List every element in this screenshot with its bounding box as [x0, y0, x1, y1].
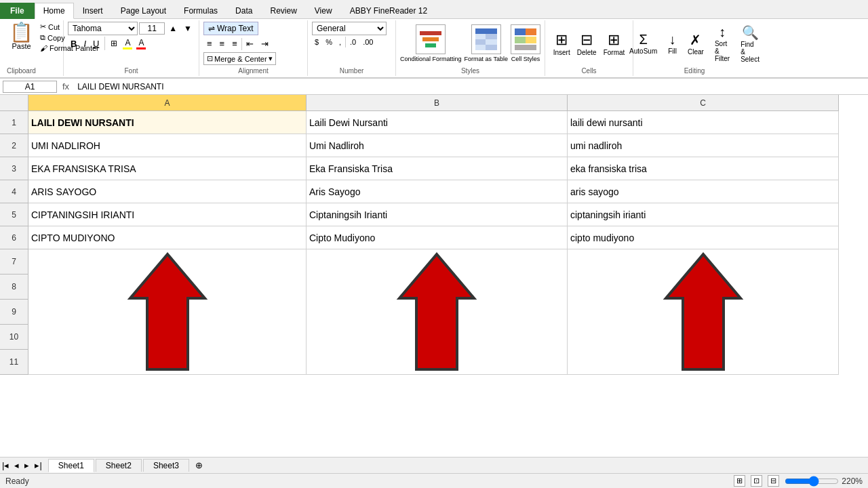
font-group-label: Font: [124, 67, 138, 75]
col-header-a[interactable]: A: [28, 95, 307, 111]
wrap-text-button[interactable]: ⇌ Wrap Text: [203, 22, 258, 35]
autosum-button[interactable]: Σ AutoSum: [625, 30, 661, 56]
cell-b2[interactable]: Umi Nadliroh: [307, 134, 568, 157]
italic-button[interactable]: I: [81, 37, 89, 50]
number-group: General $ % , .0 .00 Number: [308, 20, 396, 76]
col-header-b[interactable]: B: [307, 95, 568, 111]
increase-decimal-button[interactable]: .00: [360, 37, 376, 47]
col-header-c[interactable]: C: [568, 95, 839, 111]
sheet-tab-1[interactable]: Sheet1: [48, 459, 94, 472]
cell-c3[interactable]: eka fransiska trisa: [568, 157, 839, 180]
number-divider: [345, 37, 346, 47]
arrow-svg-a: [103, 251, 232, 373]
paste-button[interactable]: 📋 Paste: [7, 22, 36, 52]
cell-b3[interactable]: Eka Fransiska Trisa: [307, 157, 568, 180]
add-sheet-button[interactable]: ⊕: [193, 460, 205, 471]
page-layout-view-button[interactable]: ⊡: [751, 475, 762, 487]
font-size-input[interactable]: [139, 22, 165, 35]
font-size-increase-button[interactable]: ▲: [166, 22, 180, 35]
alignment-row3: ⊡ Merge & Center ▾: [203, 52, 303, 65]
editing-group-label: Editing: [684, 67, 705, 75]
tab-insert[interactable]: Insert: [74, 3, 112, 19]
cell-a5[interactable]: CIPTANINGSIH IRIANTI: [28, 203, 307, 226]
format-cells-button[interactable]: ⊞ Format: [601, 30, 628, 58]
delete-cells-button[interactable]: ⊟ Delete: [574, 30, 599, 58]
cell-b1[interactable]: Laili Dewi Nursanti: [307, 111, 568, 134]
format-as-table-button[interactable]: Format as Table: [465, 24, 508, 62]
cell-b7-arrow[interactable]: [307, 249, 568, 375]
zoom-slider[interactable]: [785, 476, 839, 487]
currency-button[interactable]: $: [312, 37, 321, 47]
tab-formulas[interactable]: Formulas: [175, 3, 226, 19]
normal-view-button[interactable]: ⊞: [734, 475, 745, 487]
sheet-area: 1 2 3 4 5 6 7 8 9 10 11 A B C LAILI: [0, 95, 868, 457]
font-color-button[interactable]: A: [135, 37, 147, 50]
underline-button[interactable]: U: [90, 37, 102, 50]
clear-button[interactable]: ✗ Clear: [684, 30, 708, 57]
formula-input[interactable]: [75, 81, 865, 92]
styles-group: Conditional Formatting Format as Table: [396, 20, 545, 76]
number-format-select[interactable]: General: [312, 22, 387, 35]
cell-styles-icon: [511, 24, 540, 54]
tab-file[interactable]: File: [0, 3, 35, 19]
align-right-button[interactable]: ≡: [229, 37, 241, 51]
cell-a7-arrow[interactable]: [28, 249, 307, 375]
page-break-view-button[interactable]: ⊟: [768, 475, 779, 487]
bold-button[interactable]: B: [68, 37, 79, 50]
editing-group: Σ AutoSum ↓ Fill ✗ Clear ↕ Sort & Filter…: [633, 20, 755, 76]
merge-center-button[interactable]: ⊡ Merge & Center ▾: [203, 52, 276, 65]
tab-review[interactable]: Review: [261, 3, 305, 19]
tab-data[interactable]: Data: [226, 3, 261, 19]
insert-cells-button[interactable]: ⊞ Insert: [551, 30, 573, 58]
border-button[interactable]: ⊞: [108, 37, 120, 49]
align-left-button[interactable]: ≡: [203, 37, 216, 51]
tab-page-layout[interactable]: Page Layout: [112, 3, 175, 19]
cell-a2[interactable]: UMI NADLIROH: [28, 134, 307, 157]
sheet-tab-2[interactable]: Sheet2: [96, 459, 142, 472]
percent-button[interactable]: %: [323, 37, 335, 47]
cell-c2[interactable]: umi nadliroh: [568, 134, 839, 157]
insert-cells-label: Insert: [553, 49, 570, 56]
highlight-color-button[interactable]: A: [121, 37, 134, 50]
indent-decrease-button[interactable]: ⇤: [243, 37, 257, 51]
find-select-button[interactable]: 🔍 Find & Select: [736, 23, 764, 64]
name-box[interactable]: [3, 81, 57, 93]
align-center-button[interactable]: ≡: [216, 37, 229, 51]
tab-abbyy[interactable]: ABBY FineReader 12: [341, 3, 437, 19]
cell-a6[interactable]: CIPTO MUDIYONO: [28, 226, 307, 249]
cell-b5[interactable]: Ciptaningsih Irianti: [307, 203, 568, 226]
cond-bar3: [425, 43, 436, 47]
tab-first-button[interactable]: |◂: [0, 460, 11, 471]
arrow-svg-b: [372, 251, 501, 373]
tab-view[interactable]: View: [306, 3, 341, 19]
delete-cells-label: Delete: [577, 49, 597, 56]
font-size-decrease-button[interactable]: ▼: [181, 22, 195, 35]
sheet-tab-3[interactable]: Sheet3: [143, 459, 189, 472]
cell-c1[interactable]: laili dewi nursanti: [568, 111, 839, 134]
cond-format-visual: [420, 31, 441, 47]
conditional-formatting-button[interactable]: Conditional Formatting: [400, 24, 462, 62]
font-name-select[interactable]: Tahoma: [68, 22, 138, 35]
indent-increase-button[interactable]: ⇥: [258, 37, 272, 51]
tab-prev-button[interactable]: ◂: [12, 460, 21, 471]
status-ready: Ready: [5, 476, 29, 486]
decrease-decimal-button[interactable]: .0: [347, 37, 359, 47]
fill-button[interactable]: ↓ Fill: [664, 30, 681, 56]
cell-b4[interactable]: Aris Sayogo: [307, 180, 568, 203]
cell-c5[interactable]: ciptaningsih irianti: [568, 203, 839, 226]
cell-c7-arrow[interactable]: [568, 249, 839, 375]
cell-styles-button[interactable]: Cell Styles: [511, 24, 540, 62]
cell-b6[interactable]: Cipto Mudiyono: [307, 226, 568, 249]
cell-a4[interactable]: ARIS SAYOGO: [28, 180, 307, 203]
comma-button[interactable]: ,: [336, 37, 344, 47]
tab-last-button[interactable]: ▸|: [33, 460, 43, 471]
align-divider: [241, 38, 242, 50]
table-row: EKA FRANSISKA TRISA Eka Fransiska Trisa …: [28, 157, 868, 180]
tab-home[interactable]: Home: [35, 3, 74, 19]
cell-c4[interactable]: aris sayogo: [568, 180, 839, 203]
cell-c6[interactable]: cipto mudiyono: [568, 226, 839, 249]
cell-a1[interactable]: LAILI DEWI NURSANTI: [28, 111, 307, 134]
tab-next-button[interactable]: ▸: [22, 460, 31, 471]
cell-a3[interactable]: EKA FRANSISKA TRISA: [28, 157, 307, 180]
sort-filter-button[interactable]: ↕ Sort & Filter: [711, 23, 734, 64]
